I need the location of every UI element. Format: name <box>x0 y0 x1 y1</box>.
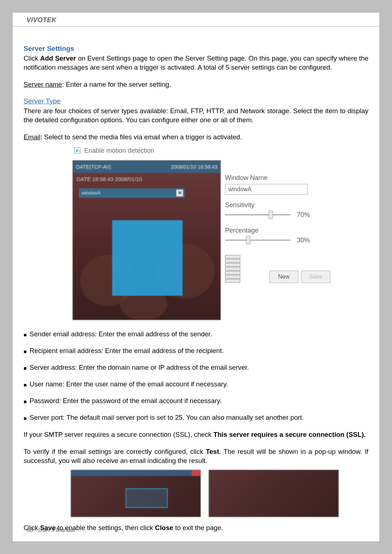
header-bar: VIVOTEK <box>13 13 379 26</box>
bullet-icon: ■ <box>24 380 26 390</box>
text: to exit the page. <box>173 524 223 532</box>
window-name-label: Window Name <box>225 174 334 182</box>
percentage-value: 30% <box>297 237 310 244</box>
text: To verify if the email settings are corr… <box>24 448 206 455</box>
enable-motion-row: ✓ Enable motion detection <box>74 147 334 155</box>
enable-motion-checkbox[interactable]: ✓ <box>74 147 81 154</box>
motion-detection-screenshot: ✓ Enable motion detection OATE(TCP-AV) 2… <box>73 147 334 320</box>
text: If your SMTP server requires a secure co… <box>24 431 213 438</box>
selection-window-label: windowA <box>82 190 101 196</box>
final-paragraph: Click Save to enable the settings, then … <box>24 524 368 533</box>
sensitivity-slider[interactable] <box>225 214 290 216</box>
content: Server Settings Click Add Server on Even… <box>13 26 379 533</box>
window-name-input[interactable] <box>225 184 308 195</box>
server-type-heading: Server Type <box>24 97 368 105</box>
close-bold: Close <box>155 524 173 532</box>
preview-titlebar: OATE(TCP-AV) 2008/01/10 16:58:43 <box>73 161 220 173</box>
close-icon[interactable] <box>192 470 200 476</box>
ssl-bold: This server requires a secure connection… <box>213 431 366 438</box>
text: : Select to send the media files via ema… <box>40 133 242 141</box>
preview-overlay: DATE 16:58:43 2008/01/10 <box>73 173 220 185</box>
result-thumb-success <box>71 470 201 517</box>
video-preview[interactable]: OATE(TCP-AV) 2008/01/10 16:58:43 DATE 16… <box>73 160 221 320</box>
thumb-titlebar <box>71 470 200 476</box>
list-text: Password: Enter the password of the emai… <box>29 397 221 406</box>
list-item: ■Server port: The default mail server po… <box>24 414 368 423</box>
preview-time: 2008/01/10 16:58:43 <box>171 164 217 170</box>
new-button[interactable]: New <box>269 271 298 283</box>
list-item: ■Sender email address: Enter the email a… <box>24 330 368 340</box>
motion-row: OATE(TCP-AV) 2008/01/10 16:58:43 DATE 16… <box>73 160 334 320</box>
thumb-rect <box>126 488 168 508</box>
enable-motion-label: Enable motion detection <box>84 147 154 155</box>
list-item: ■Server address: Enter the domain name o… <box>24 364 368 373</box>
text: : Enter a name for the server setting. <box>62 81 171 88</box>
test-bold: Test <box>206 448 219 455</box>
controls-panel: Window Name Sensitivity 70% Percentage 3… <box>225 160 334 320</box>
list-text: Sender email address: Enter the email ad… <box>29 330 212 340</box>
email-label: Email <box>24 133 40 141</box>
button-row: New Save <box>269 271 330 283</box>
list-item: ■Recipient email address: Enter the emai… <box>24 347 368 356</box>
add-server-bold: Add Server <box>40 54 76 62</box>
list-text: Server address: Enter the domain name or… <box>29 364 249 373</box>
result-thumbnails <box>71 470 368 517</box>
percentage-label: Percentage <box>225 227 334 234</box>
bullet-icon: ■ <box>24 330 26 340</box>
ssl-paragraph: If your SMTP server requires a secure co… <box>24 430 368 439</box>
server-name-label: Server name <box>24 81 62 88</box>
bullet-icon: ■ <box>24 397 26 406</box>
brand-title: VIVOTEK <box>26 16 57 24</box>
list-text: User name: Enter the user name of the em… <box>29 380 228 390</box>
list-text: Server port: The default mail server por… <box>29 414 303 423</box>
save-button[interactable]: Save <box>301 271 330 283</box>
sensitivity-slider-row: 70% <box>225 211 334 219</box>
result-thumb-plain <box>209 470 339 517</box>
percentage-slider[interactable] <box>225 239 290 241</box>
bullet-icon: ■ <box>24 364 26 373</box>
section-heading: Server Settings <box>24 45 368 53</box>
percentage-slider-row: 30% <box>225 237 334 244</box>
preview-title: OATE(TCP-AV) <box>76 164 111 170</box>
footer-page: 88 - User's Manual <box>26 527 75 533</box>
selection-rect[interactable] <box>112 220 183 296</box>
servername-paragraph: Server name: Enter a name for the server… <box>24 80 368 89</box>
bullet-icon: ■ <box>24 347 26 356</box>
selection-window-header[interactable]: windowA ✕ <box>79 188 185 198</box>
list-item: ■User name: Enter the user name of the e… <box>24 380 368 390</box>
servertype-paragraph: There are four choices of server types a… <box>24 107 368 125</box>
list-text: Recipient email address: Enter the email… <box>29 347 224 356</box>
intro-paragraph: Click Add Server on Event Settings page … <box>24 54 368 72</box>
email-paragraph: Email: Select to send the media files vi… <box>24 133 368 142</box>
text: Click <box>24 54 40 62</box>
list-item: ■Password: Enter the password of the ema… <box>24 397 368 406</box>
page: VIVOTEK Server Settings Click Add Server… <box>13 13 379 541</box>
sensitivity-label: Sensitivity <box>225 201 334 209</box>
close-icon[interactable]: ✕ <box>176 189 183 197</box>
verify-paragraph: To verify if the email settings are corr… <box>24 447 368 465</box>
motion-bar-graph <box>225 255 240 283</box>
sensitivity-value: 70% <box>297 211 310 219</box>
bullet-icon: ■ <box>24 414 26 423</box>
